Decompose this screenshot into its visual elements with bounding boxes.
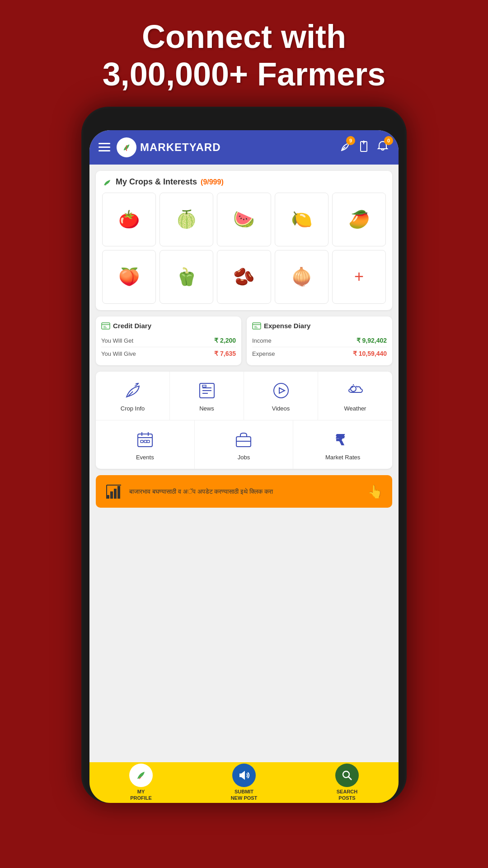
phone-wrapper: MARKETYARD 9 [0,107,488,803]
jobs-icon [233,429,254,450]
weather-icon [344,380,366,401]
header-left: MARKETYARD [99,137,221,157]
leaf-badge: 9 [346,136,355,145]
menu-row1: Crop Info News [96,372,392,420]
svg-line-22 [356,386,357,387]
menu-events[interactable]: Events [96,420,195,469]
svg-text:₹: ₹ [336,433,345,448]
nav-my-profile[interactable]: MYPROFILE [89,764,192,794]
svg-rect-4 [102,323,110,329]
expense-diary: Expense Diary Income ₹ 9,92,402 Expense … [247,316,392,365]
crop-papaya[interactable]: 🍑 [102,250,156,304]
phone-notch [208,117,280,127]
credit-give-value: ₹ 7,635 [214,350,236,357]
header-icons: 9 0 [338,140,389,155]
svg-rect-8 [253,323,261,329]
expense-income-value: ₹ 9,92,402 [357,337,387,344]
credit-get-label: You Will Get [101,337,133,344]
crops-count: (9/999) [201,178,224,186]
credit-diary-header: Credit Diary [101,322,236,330]
bell-badge: 0 [384,136,393,145]
crops-grid: 🍅 🍈 🍉 🍋 🥭 🍑 🫑 🫘 🧅 + [102,193,386,304]
credit-diary: Credit Diary You Will Get ₹ 2,200 You Wi… [96,316,241,365]
profile-leaf-icon [134,768,148,783]
bottom-nav: MYPROFILE SUBMITNEW POST [89,762,399,795]
nav-search-posts[interactable]: SEARCHPOSTS [296,764,399,794]
svg-rect-35 [114,489,117,499]
phone-share-icon [357,140,371,153]
svg-marker-19 [279,388,285,393]
crop-melon[interactable]: 🍈 [160,193,213,246]
menu-videos-label: Videos [272,405,290,412]
menu-jobs-label: Jobs [238,454,250,461]
hand-pointer-icon: 👆 [367,484,383,499]
svg-rect-29 [147,440,150,443]
menu-news-label: News [199,405,214,412]
crop-onion[interactable]: 🧅 [275,250,328,304]
expense-expense-row: Expense ₹ 10,59,440 [252,347,387,360]
crop-beans[interactable]: 🫘 [217,250,271,304]
add-crop-button[interactable]: + [332,250,386,304]
svg-line-41 [348,777,352,780]
menu-weather-label: Weather [344,405,366,412]
expense-expense-value: ₹ 10,59,440 [353,350,387,357]
crop-info-icon [122,380,144,401]
credit-get-row: You Will Get ₹ 2,200 [101,334,236,347]
nav-submit-post[interactable]: SUBMITNEW POST [192,764,296,794]
crop-pepper[interactable]: 🫑 [160,250,213,304]
logo-circle [117,137,136,157]
app-content: My Crops & Interests (9/999) 🍅 🍈 🍉 🍋 🥭 🍑… [89,165,399,754]
menu-market-rates-label: Market Rates [325,454,360,461]
hamburger-line3 [99,150,110,151]
submit-icon-container [232,764,256,787]
crop-lemon[interactable]: 🍋 [275,193,328,246]
chart-icon [105,482,123,500]
nav-search-label: SEARCHPOSTS [337,789,357,794]
logo-container: MARKETYARD [117,137,221,157]
hero-line2: 3,00,000+ Farmers [27,56,461,93]
menu-weather[interactable]: Weather [318,372,392,420]
expense-income-row: Income ₹ 9,92,402 [252,334,387,347]
menu-jobs[interactable]: Jobs [195,420,294,469]
hamburger-line2 [99,146,110,148]
crops-section: My Crops & Interests (9/999) 🍅 🍈 🍉 🍋 🥭 🍑… [96,171,392,310]
brand-name: MARKETYARD [140,141,221,154]
menu-crop-info[interactable]: Crop Info [96,372,170,420]
phone-frame: MARKETYARD 9 [81,107,407,803]
leaf-notification[interactable]: 9 [338,140,352,155]
expense-diary-title: Expense Diary [264,322,310,330]
svg-rect-27 [141,440,143,443]
profile-icon-container [129,764,153,787]
hero-line1: Connect with [27,18,461,56]
menu-crop-info-label: Crop Info [121,405,145,412]
phone-notch-bar [89,115,399,128]
phone-screen: MARKETYARD 9 [89,130,399,795]
market-banner[interactable]: बाजारभाव बघण्यासाठी व अॅप अपडेट करण्यासा… [96,475,392,508]
svg-point-18 [274,383,288,398]
crop-tomato[interactable]: 🍅 [102,193,156,246]
crop-watermelon[interactable]: 🍉 [217,193,271,246]
svg-rect-17 [202,385,206,387]
svg-point-40 [343,771,349,778]
events-icon [134,429,156,450]
credit-give-label: You Will Give [101,350,136,357]
expense-income-label: Income [252,337,272,344]
hamburger-menu[interactable] [99,143,110,151]
menu-events-label: Events [136,454,154,461]
crops-header: My Crops & Interests (9/999) [102,177,386,187]
nav-submit-label: SUBMITNEW POST [231,789,258,794]
crops-title: My Crops & Interests [116,177,197,187]
mobile-share[interactable] [357,140,371,155]
menu-market-rates[interactable]: ₹ Market Rates [293,420,392,469]
expense-expense-label: Expense [252,350,275,357]
bell-notification[interactable]: 0 [376,140,389,155]
credit-diary-icon [101,322,110,330]
search-icon-container [335,764,359,787]
menu-news[interactable]: News [170,372,244,420]
news-icon [196,380,218,401]
hero-section: Connect with 3,00,000+ Farmers [0,0,488,102]
menu-videos[interactable]: Videos [244,372,318,420]
menu-row2: Events Jobs ₹ [96,420,392,469]
app-header: MARKETYARD 9 [89,130,399,165]
crop-mango[interactable]: 🥭 [332,193,386,246]
